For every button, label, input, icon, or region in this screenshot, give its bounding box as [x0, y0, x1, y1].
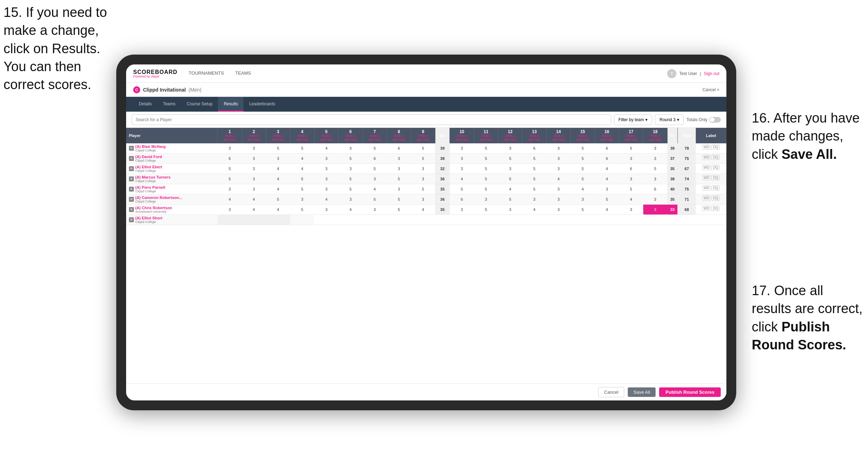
search-input[interactable]: [132, 114, 611, 125]
score-cell[interactable]: 5: [474, 184, 498, 194]
score-cell[interactable]: 3: [546, 184, 571, 194]
score-cell[interactable]: 3: [242, 143, 266, 154]
score-cell[interactable]: 3: [387, 153, 411, 163]
tab-leaderboards[interactable]: Leaderboards: [243, 97, 281, 112]
score-cell[interactable]: 3: [498, 204, 522, 214]
score-cell[interactable]: 4: [450, 174, 474, 184]
score-cell[interactable]: 3: [339, 163, 363, 174]
score-cell[interactable]: 5: [387, 174, 411, 184]
cancel-button[interactable]: Cancel: [598, 387, 624, 397]
score-cell[interactable]: 3: [411, 194, 435, 204]
score-cell[interactable]: 3: [339, 143, 363, 154]
score-cell[interactable]: 3: [387, 163, 411, 174]
score-table-container[interactable]: Player 1PAR 4370 YDS 2PAR 5511 YDS 3PAR …: [126, 128, 726, 384]
score-cell[interactable]: 6: [218, 153, 242, 163]
score-cell[interactable]: 5: [474, 163, 498, 174]
score-cell[interactable]: 4: [595, 163, 619, 174]
score-cell[interactable]: 4: [498, 184, 522, 194]
score-cell[interactable]: 5: [571, 163, 595, 174]
score-cell[interactable]: 3: [290, 194, 315, 204]
tab-results[interactable]: Results: [218, 97, 243, 112]
score-cell[interactable]: 3: [266, 153, 290, 163]
score-cell[interactable]: 6: [522, 143, 547, 154]
score-cell[interactable]: 5: [571, 174, 595, 184]
score-cell[interactable]: 6: [643, 184, 668, 194]
score-cell[interactable]: 3: [314, 163, 339, 174]
score-cell[interactable]: 5: [411, 153, 435, 163]
score-cell[interactable]: 6: [619, 163, 643, 174]
score-cell[interactable]: 5: [339, 184, 363, 194]
score-cell[interactable]: 4: [595, 174, 619, 184]
score-cell[interactable]: 5: [387, 194, 411, 204]
score-cell[interactable]: 5: [266, 194, 290, 204]
score-cell[interactable]: 6: [362, 153, 387, 163]
score-cell[interactable]: 5: [411, 184, 435, 194]
score-cell[interactable]: 5: [619, 143, 643, 154]
score-cell[interactable]: 5: [595, 194, 619, 204]
filter-team-button[interactable]: Filter by team ▾: [614, 114, 652, 125]
score-cell[interactable]: 4: [218, 194, 242, 204]
score-cell[interactable]: 4: [362, 184, 387, 194]
score-cell[interactable]: 5: [619, 184, 643, 194]
tab-course-setup[interactable]: Course Setup: [181, 97, 218, 112]
score-cell[interactable]: 5: [339, 153, 363, 163]
score-cell[interactable]: 4: [290, 153, 315, 163]
score-cell[interactable]: 3: [619, 204, 643, 214]
score-cell[interactable]: 4: [522, 204, 547, 214]
score-cell[interactable]: 5: [522, 153, 547, 163]
tab-details[interactable]: Details: [133, 97, 157, 112]
score-cell[interactable]: 5: [474, 143, 498, 154]
score-cell[interactable]: 5: [474, 204, 498, 214]
score-cell[interactable]: 5: [498, 174, 522, 184]
cancel-tournament[interactable]: Cancel ×: [702, 87, 719, 92]
score-cell[interactable]: 3: [411, 163, 435, 174]
score-cell[interactable]: 3: [314, 204, 339, 214]
score-cell[interactable]: 5: [290, 174, 315, 184]
score-cell[interactable]: 3: [314, 184, 339, 194]
score-cell[interactable]: 3: [450, 153, 474, 163]
score-cell[interactable]: 3: [546, 163, 571, 174]
score-cell[interactable]: 3: [546, 194, 571, 204]
save-all-button[interactable]: Save All: [628, 387, 656, 397]
score-cell[interactable]: 4: [619, 194, 643, 204]
score-cell[interactable]: 5: [218, 163, 242, 174]
score-cell[interactable]: 5: [339, 174, 363, 184]
score-cell[interactable]: 5: [362, 143, 387, 154]
score-cell[interactable]: 4: [411, 204, 435, 214]
score-cell[interactable]: 3: [218, 204, 242, 214]
score-cell[interactable]: 5: [474, 153, 498, 163]
score-cell[interactable]: 4: [242, 194, 266, 204]
score-cell[interactable]: 5: [290, 184, 315, 194]
score-cell[interactable]: 6: [595, 143, 619, 154]
score-cell[interactable]: 3: [362, 204, 387, 214]
score-cell[interactable]: 3: [619, 153, 643, 163]
score-cell[interactable]: 3: [242, 184, 266, 194]
score-cell[interactable]: 5: [571, 153, 595, 163]
tab-teams[interactable]: Teams: [157, 97, 181, 112]
score-cell[interactable]: 3: [643, 143, 668, 154]
totals-only-toggle[interactable]: Totals Only: [687, 117, 721, 123]
score-cell[interactable]: 3: [643, 194, 668, 204]
score-cell[interactable]: 5: [290, 143, 315, 154]
score-cell[interactable]: 3: [242, 163, 266, 174]
score-cell[interactable]: 5: [643, 163, 668, 174]
score-cell[interactable]: 4: [266, 204, 290, 214]
score-cell[interactable]: 5: [362, 163, 387, 174]
score-cell[interactable]: 5: [522, 163, 547, 174]
sign-out-link[interactable]: Sign out: [704, 71, 719, 76]
score-cell[interactable]: 3: [571, 194, 595, 204]
score-cell[interactable]: 6: [450, 194, 474, 204]
round-selector[interactable]: Round 3 ▾: [655, 114, 683, 125]
score-cell[interactable]: 5: [411, 143, 435, 154]
score-cell[interactable]: 4: [266, 184, 290, 194]
score-cell[interactable]: 3: [546, 143, 571, 154]
score-cell[interactable]: 4: [595, 204, 619, 214]
toggle-switch[interactable]: [709, 117, 721, 123]
score-cell[interactable]: 6: [387, 143, 411, 154]
score-cell[interactable]: 3: [595, 184, 619, 194]
score-cell[interactable]: 4: [314, 143, 339, 154]
score-cell[interactable]: 5: [387, 204, 411, 214]
score-cell[interactable]: 3: [362, 174, 387, 184]
score-cell[interactable]: 3: [218, 143, 242, 154]
nav-teams[interactable]: TEAMS: [235, 64, 252, 83]
